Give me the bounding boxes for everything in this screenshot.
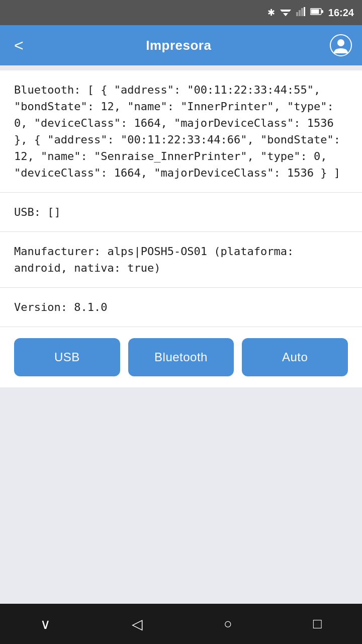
status-time: 16:24: [328, 7, 354, 19]
usb-section: USB: []: [0, 193, 362, 232]
nav-down-icon[interactable]: ∨: [35, 611, 56, 637]
status-bar: ✱ 16:24: [0, 0, 362, 25]
svg-rect-6: [304, 7, 305, 16]
auto-button[interactable]: Auto: [242, 338, 348, 376]
profile-button[interactable]: [330, 34, 352, 56]
status-icons: ✱ 16:24: [267, 7, 354, 19]
svg-point-10: [337, 39, 344, 46]
nav-back-icon[interactable]: ◁: [127, 611, 148, 637]
action-buttons: USB Bluetooth Auto: [0, 327, 362, 387]
nav-recent-icon[interactable]: □: [308, 611, 327, 637]
signal-icon: [296, 7, 305, 19]
back-button[interactable]: <: [10, 33, 28, 57]
manufacturer-text: Manufacturer: alps|POSH5-OS01 (plataform…: [14, 243, 348, 276]
app-title: Impresora: [146, 38, 211, 53]
nav-home-icon[interactable]: ○: [219, 611, 237, 637]
svg-rect-8: [311, 9, 319, 14]
version-section: Version: 8.1.0: [0, 288, 362, 327]
svg-rect-4: [299, 10, 301, 16]
wifi-icon: [280, 7, 291, 19]
svg-rect-5: [301, 8, 303, 16]
main-card: Bluetooth: [ { "address": "00:11:22:33:4…: [0, 70, 362, 387]
usb-text: USB: []: [14, 204, 348, 220]
manufacturer-section: Manufacturer: alps|POSH5-OS01 (plataform…: [0, 232, 362, 288]
svg-rect-3: [296, 12, 298, 16]
app-bar: < Impresora: [0, 25, 362, 65]
svg-marker-2: [283, 13, 288, 16]
bluetooth-section: Bluetooth: [ { "address": "00:11:22:33:4…: [0, 70, 362, 193]
svg-rect-9: [321, 10, 323, 13]
usb-button[interactable]: USB: [14, 338, 120, 376]
bluetooth-text: Bluetooth: [ { "address": "00:11:22:33:4…: [14, 82, 348, 181]
bottom-nav: ∨ ◁ ○ □: [0, 604, 362, 644]
battery-icon: [310, 8, 323, 18]
version-text: Version: 8.1.0: [14, 299, 348, 315]
bluetooth-icon: ✱: [267, 7, 275, 18]
bluetooth-button[interactable]: Bluetooth: [128, 338, 234, 376]
